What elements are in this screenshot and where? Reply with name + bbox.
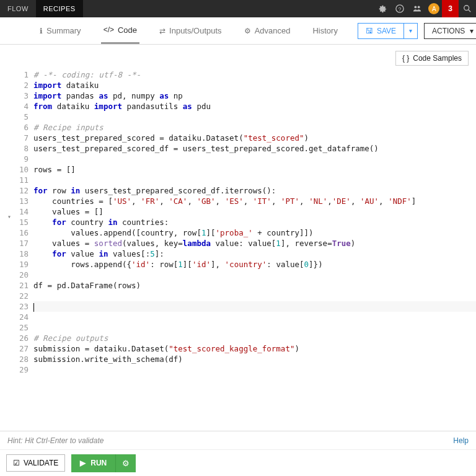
actions-button-label: ACTIONS bbox=[432, 27, 465, 35]
validate-button[interactable]: ☑VALIDATE bbox=[6, 454, 65, 472]
fold-icon[interactable]: ▾ bbox=[7, 211, 11, 222]
topnav-tab-recipes[interactable]: RECIPES bbox=[36, 0, 83, 17]
recipe-subnav: ℹSummary </>Code ⇄Inputs/Outputs ⚙Advanc… bbox=[0, 17, 476, 45]
code-samples-label: Code Samples bbox=[413, 54, 462, 63]
run-button-label: RUN bbox=[90, 459, 107, 467]
caret-down-icon: ▾ bbox=[409, 27, 412, 34]
notification-badge[interactable]: 3 bbox=[442, 0, 459, 17]
tab-history[interactable]: History bbox=[310, 17, 340, 44]
line-number: 10 bbox=[0, 164, 29, 175]
actions-button[interactable]: ACTIONS▾ bbox=[424, 23, 476, 39]
code-samples-button[interactable]: { }Code Samples bbox=[395, 51, 469, 66]
line-number: 18 bbox=[0, 249, 29, 259]
svg-line-5 bbox=[469, 10, 471, 12]
save-dropdown-button[interactable]: ▾ bbox=[403, 23, 418, 39]
code-editor[interactable]: ▾ 12345678910111213141516171819202122232… bbox=[0, 45, 476, 375]
tab-io[interactable]: ⇄Inputs/Outputs bbox=[157, 17, 224, 44]
code-icon: </> bbox=[104, 25, 114, 34]
code-editor-area: { }Code Samples ▾ 1234567891011121314151… bbox=[0, 45, 476, 431]
line-number: 17 bbox=[0, 238, 29, 249]
line-number: 16 bbox=[0, 227, 29, 238]
line-number: 11 bbox=[0, 175, 29, 185]
caret-down-icon: ▾ bbox=[470, 27, 474, 35]
tab-advanced[interactable]: ⚙Advanced bbox=[242, 17, 293, 44]
play-icon: ▶ bbox=[80, 459, 86, 467]
tab-code[interactable]: </>Code bbox=[101, 17, 139, 44]
line-number: 8 bbox=[0, 143, 29, 154]
svg-point-3 bbox=[418, 6, 420, 8]
line-number: 2 bbox=[0, 80, 29, 90]
tab-summary-label: Summary bbox=[46, 26, 81, 35]
svg-point-2 bbox=[415, 6, 417, 8]
search-icon[interactable] bbox=[459, 0, 476, 17]
avatar[interactable]: A bbox=[428, 3, 439, 14]
tab-code-label: Code bbox=[118, 25, 137, 35]
line-number: 6 bbox=[0, 122, 29, 133]
save-button-group: 🖫SAVE ▾ bbox=[358, 23, 418, 39]
line-number: 25 bbox=[0, 322, 29, 333]
svg-text:?: ? bbox=[399, 6, 402, 12]
line-number: 22 bbox=[0, 291, 29, 301]
line-number: 7 bbox=[0, 133, 29, 143]
gear-icon: ⚙ bbox=[244, 27, 251, 35]
line-number: 19 bbox=[0, 259, 29, 270]
line-number: 5 bbox=[0, 112, 29, 122]
line-number-gutter: ▾ 12345678910111213141516171819202122232… bbox=[0, 69, 33, 375]
line-number: 28 bbox=[0, 354, 29, 364]
validate-button-label: VALIDATE bbox=[24, 459, 58, 467]
line-number: 21 bbox=[0, 280, 29, 291]
line-number: 13 bbox=[0, 196, 29, 206]
line-number: 26 bbox=[0, 333, 29, 343]
save-button-label: SAVE bbox=[377, 27, 396, 35]
save-button[interactable]: 🖫SAVE bbox=[358, 23, 403, 39]
global-top-bar: FLOW RECIPES ? A 3 bbox=[0, 0, 476, 17]
tab-advanced-label: Advanced bbox=[255, 26, 291, 35]
text-cursor bbox=[33, 303, 34, 312]
line-number: 4 bbox=[0, 101, 29, 112]
run-button-group: ▶RUN ⚙ bbox=[71, 454, 136, 472]
line-number: 29 bbox=[0, 364, 29, 375]
info-icon: ℹ bbox=[40, 27, 43, 35]
line-number: 15 bbox=[0, 217, 29, 227]
users-icon[interactable] bbox=[408, 0, 426, 17]
svg-point-4 bbox=[464, 6, 469, 11]
tab-io-label: Inputs/Outputs bbox=[169, 26, 222, 35]
tab-summary[interactable]: ℹSummary bbox=[37, 17, 84, 44]
braces-icon: { } bbox=[402, 54, 409, 63]
io-icon: ⇄ bbox=[159, 27, 165, 35]
topnav-tab-flow[interactable]: FLOW bbox=[0, 0, 36, 17]
save-icon: 🖫 bbox=[366, 27, 373, 35]
topnav-tabs: FLOW RECIPES bbox=[0, 0, 83, 17]
tab-history-label: History bbox=[312, 26, 337, 35]
line-number: 20 bbox=[0, 270, 29, 280]
run-options-button[interactable]: ⚙ bbox=[115, 454, 136, 472]
subnav-actions: 🖫SAVE ▾ ACTIONS▾ bbox=[358, 23, 476, 39]
line-number: 3 bbox=[0, 90, 29, 101]
line-number: 23 bbox=[0, 301, 29, 312]
line-number: 1 bbox=[0, 69, 29, 80]
line-number: 12 bbox=[0, 185, 29, 196]
line-number: 14 bbox=[0, 206, 29, 217]
editor-footer: Hint: Hit Ctrl-Enter to validate Help bbox=[0, 431, 476, 450]
gear-icon: ⚙ bbox=[122, 459, 130, 468]
line-number: 27 bbox=[0, 343, 29, 354]
help-link[interactable]: Help bbox=[453, 436, 469, 445]
code-content[interactable]: # -*- coding: utf-8 -*- import dataiku i… bbox=[33, 69, 476, 375]
help-icon[interactable]: ? bbox=[391, 0, 408, 17]
run-bar: ☑VALIDATE ▶RUN ⚙ bbox=[0, 450, 476, 476]
run-button[interactable]: ▶RUN bbox=[71, 454, 115, 472]
line-number: 9 bbox=[0, 154, 29, 164]
code-line: # -*- coding: utf-8 -*- bbox=[33, 70, 141, 79]
topnav-right: ? A 3 bbox=[374, 0, 476, 17]
gear-icon[interactable] bbox=[374, 0, 391, 17]
check-icon: ☑ bbox=[13, 459, 20, 467]
hint-text: Hint: Hit Ctrl-Enter to validate bbox=[7, 436, 104, 445]
line-number: 24 bbox=[0, 312, 29, 322]
